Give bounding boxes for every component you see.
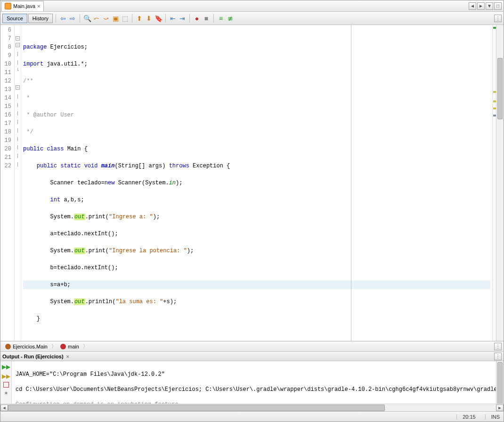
hscroll-track[interactable] [8, 405, 496, 411]
fold-column[interactable]: − − ||└ − ||||||||| [15, 25, 21, 341]
separator [56, 14, 56, 23]
file-tab-label: Main.java [13, 3, 35, 9]
scroll-right-button[interactable]: ► [477, 2, 485, 10]
macro-stop-icon[interactable]: ■ [202, 14, 211, 23]
scrollbar-thumb[interactable] [497, 362, 503, 404]
rerun-icon[interactable]: ▶▶ [2, 363, 10, 371]
output-vscrollbar[interactable] [496, 361, 504, 404]
code-area[interactable]: package Ejercicios; import java.util.*; … [21, 25, 492, 341]
scroll-left-arrow-icon[interactable]: ◄ [0, 405, 8, 411]
chevron-right-icon: 〉 [51, 343, 57, 350]
close-output-icon[interactable]: × [66, 354, 69, 359]
toggle-rect-icon[interactable]: ⬚ [121, 14, 129, 23]
code-editor[interactable]: 678910111213141516171819202122 − − ||└ −… [0, 25, 504, 341]
prev-bookmark-icon[interactable]: ⬆ [135, 14, 144, 23]
toggle-bookmark-icon[interactable]: 🔖 [154, 14, 163, 23]
nav-forward-icon[interactable]: ⇨ [68, 14, 77, 23]
class-icon [5, 344, 11, 349]
shift-left-icon[interactable]: ⇤ [169, 14, 177, 23]
shift-right-icon[interactable]: ⇥ [178, 14, 187, 23]
fold-toggle-icon[interactable]: − [16, 85, 20, 90]
separator [132, 14, 132, 23]
uncomment-icon[interactable]: ≢ [226, 14, 235, 23]
maximize-button[interactable]: □ [494, 2, 502, 10]
stop-icon[interactable] [3, 382, 9, 388]
fold-toggle-icon[interactable]: − [16, 43, 20, 47]
output-sidebar: ▶▶ ▶▶ ✶ [0, 361, 12, 404]
editor-toolbar: Source History ⇦ ⇨ 🔍 ⤺ ⤻ ▣ ⬚ ⬆ ⬇ 🔖 ⇤ ⇥ ●… [0, 12, 504, 25]
find-next-icon[interactable]: ⤻ [102, 14, 110, 23]
scroll-left-button[interactable]: ◄ [469, 2, 476, 10]
scrollbar-thumb[interactable] [497, 58, 503, 119]
separator [80, 14, 80, 23]
breadcrumb-bar: Ejercicios.Main 〉 main 〉 ⋮ [0, 341, 504, 352]
find-selection-icon[interactable]: 🔍 [83, 14, 91, 23]
output-header: Output - Run (Ejercicios) × ⋮ [0, 352, 504, 361]
rerun-alt-icon[interactable]: ▶▶ [2, 372, 10, 380]
fold-toggle-icon[interactable]: − [16, 36, 20, 41]
status-bar: 20:15 INS [0, 411, 504, 422]
overview-strip[interactable] [492, 25, 496, 341]
output-panel: ▶▶ ▶▶ ✶ JAVA_HOME="C:\Program Files\Java… [0, 361, 504, 404]
tabbar-controls: ◄ ► ▼ □ [469, 2, 504, 10]
scrollbar-thumb[interactable] [8, 405, 385, 411]
editor-vscrollbar[interactable] [496, 25, 504, 341]
breadcrumb-class[interactable]: Ejercicios.Main [2, 342, 50, 351]
nav-back-icon[interactable]: ⇦ [59, 14, 67, 23]
margin-line [351, 25, 351, 341]
settings-icon[interactable]: ✶ [2, 389, 10, 397]
output-hscrollbar[interactable]: ◄ ► [0, 404, 504, 411]
next-bookmark-icon[interactable]: ⬇ [145, 14, 153, 23]
separator [165, 14, 166, 23]
find-prev-icon[interactable]: ⤺ [92, 14, 101, 23]
scroll-right-arrow-icon[interactable]: ► [496, 405, 504, 411]
file-tab-main[interactable]: Main.java × [1, 1, 44, 11]
method-icon [60, 344, 66, 349]
console-output[interactable]: JAVA_HOME="C:\Program Files\Java\jdk-12.… [12, 361, 496, 404]
source-view-button[interactable]: Source [2, 14, 27, 23]
toggle-highlight-icon[interactable]: ▣ [111, 14, 120, 23]
java-file-icon [5, 3, 11, 9]
editor-tabbar: Main.java × ◄ ► ▼ □ [0, 0, 504, 12]
separator [213, 14, 214, 23]
macro-record-icon[interactable]: ● [193, 14, 201, 23]
breadcrumb-menu-button[interactable]: ⋮ [494, 343, 502, 350]
dropdown-button[interactable]: ▼ [486, 2, 493, 10]
breadcrumb-method[interactable]: main [57, 342, 82, 351]
history-view-button[interactable]: History [28, 14, 53, 23]
cursor-position: 20:15 [456, 414, 476, 420]
toolbar-menu-button[interactable]: ⋮ [494, 15, 502, 22]
comment-icon[interactable]: ≡ [217, 14, 225, 23]
output-menu-button[interactable]: ⋮ [494, 353, 502, 360]
line-gutter: 678910111213141516171819202122 [0, 25, 15, 341]
insert-mode: INS [485, 414, 500, 420]
chevron-right-icon: 〉 [83, 343, 88, 350]
output-title: Output - Run (Ejercicios) [2, 354, 64, 359]
separator [189, 14, 190, 23]
close-tab-icon[interactable]: × [37, 3, 40, 9]
